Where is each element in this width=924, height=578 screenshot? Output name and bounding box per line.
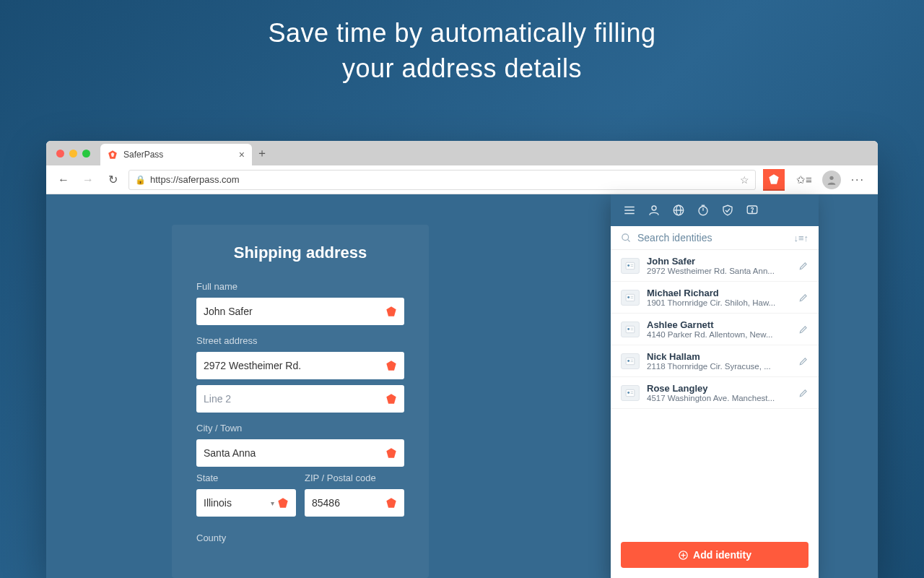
city-value: Santa Anna	[204, 447, 256, 459]
svg-point-12	[751, 212, 752, 212]
zip-input[interactable]: 85486	[305, 489, 404, 517]
identity-item[interactable]: Michael Richard1901 Thornridge Cir. Shil…	[611, 282, 819, 314]
svg-point-28	[627, 359, 629, 361]
timer-icon[interactable]	[696, 203, 710, 217]
street-input[interactable]: 2972 Westheimer Rd.	[196, 352, 404, 379]
svg-rect-27	[626, 358, 635, 364]
menu-icon[interactable]	[622, 203, 637, 217]
more-menu-icon[interactable]: ···	[851, 173, 865, 186]
svg-point-16	[627, 264, 629, 266]
autofill-icon[interactable]	[385, 497, 397, 509]
globe-icon[interactable]	[671, 203, 686, 217]
identity-address: 4517 Washington Ave. Manchest...	[647, 394, 791, 402]
fullname-input[interactable]: John Safer	[196, 298, 404, 325]
identity-item[interactable]: Rose Langley4517 Washington Ave. Manches…	[611, 377, 819, 409]
identity-text: John Safer2972 Westheimer Rd. Santa Ann.…	[647, 256, 791, 275]
contact-card-icon	[621, 385, 640, 401]
identity-address: 2118 Thornridge Cir. Syracuse, ...	[647, 362, 791, 371]
svg-point-0	[829, 176, 833, 179]
fullname-label: Full name	[196, 281, 404, 292]
page-content: Shipping address Full name John Safer St…	[46, 194, 878, 578]
bookmark-star-icon[interactable]: ☆	[740, 174, 749, 186]
svg-rect-23	[626, 326, 635, 332]
browser-tabbar: SaferPass × ＋	[46, 141, 878, 165]
svg-rect-19	[626, 294, 635, 301]
identity-name: Ashlee Garnett	[647, 319, 791, 330]
svg-point-13	[622, 233, 629, 240]
edit-pencil-icon[interactable]	[798, 261, 808, 271]
svg-point-4	[652, 206, 656, 210]
edit-pencil-icon[interactable]	[798, 324, 808, 335]
svg-rect-15	[626, 262, 635, 269]
street-line2-input[interactable]: Line 2	[196, 385, 404, 413]
hero-line2: your address details	[0, 51, 924, 87]
svg-line-14	[627, 239, 629, 241]
state-select[interactable]: Illinois ▾	[196, 489, 296, 517]
edit-pencil-icon[interactable]	[798, 356, 808, 366]
url-text: https://saferpass.com	[150, 174, 736, 185]
city-input[interactable]: Santa Anna	[196, 439, 404, 467]
help-icon[interactable]	[745, 203, 759, 217]
identity-address: 1901 Thornridge Cir. Shiloh, Haw...	[647, 298, 791, 307]
shipping-form: Shipping address Full name John Safer St…	[172, 225, 429, 578]
city-label: City / Town	[196, 423, 404, 434]
svg-point-24	[627, 327, 629, 329]
add-identity-button[interactable]: Add identity	[621, 542, 808, 568]
browser-tab[interactable]: SaferPass ×	[100, 144, 252, 165]
svg-point-20	[627, 296, 629, 298]
autofill-icon[interactable]	[385, 447, 397, 459]
forward-button[interactable]: →	[79, 173, 97, 186]
saferpass-extension-button[interactable]	[763, 169, 785, 191]
autofill-icon[interactable]	[385, 393, 397, 405]
sort-icon[interactable]: ↓≡↑	[793, 233, 808, 243]
identity-name: Nick Hallam	[647, 351, 791, 362]
search-input[interactable]	[637, 232, 788, 243]
street-value: 2972 Westheimer Rd.	[204, 360, 301, 371]
identity-name: Michael Richard	[647, 288, 791, 298]
autofill-icon[interactable]	[385, 306, 397, 317]
hero-line1: Save time by automatically filling	[0, 16, 924, 51]
fullname-value: John Safer	[204, 306, 253, 317]
reload-button[interactable]: ↻	[104, 173, 121, 186]
autofill-icon[interactable]	[385, 360, 397, 371]
popup-toolbar	[611, 194, 819, 226]
state-value: Illinois	[204, 497, 232, 509]
contact-card-icon	[621, 322, 640, 337]
line2-placeholder: Line 2	[204, 393, 231, 405]
profile-avatar-icon[interactable]	[822, 171, 841, 189]
back-button[interactable]: ←	[55, 173, 72, 186]
identity-address: 2972 Westheimer Rd. Santa Ann...	[647, 267, 791, 275]
identity-item[interactable]: John Safer2972 Westheimer Rd. Santa Ann.…	[611, 250, 819, 282]
traffic-lights	[56, 150, 90, 158]
plus-circle-icon	[678, 550, 689, 561]
identity-item[interactable]: Nick Hallam2118 Thornridge Cir. Syracuse…	[611, 345, 819, 377]
autofill-icon[interactable]	[277, 497, 289, 509]
maximize-window-icon[interactable]	[82, 150, 90, 158]
favorites-icon[interactable]: ✩≡	[796, 173, 812, 186]
identity-icon[interactable]	[647, 203, 661, 217]
edit-pencil-icon[interactable]	[798, 388, 808, 398]
shield-icon[interactable]	[720, 203, 735, 217]
favicon-icon	[108, 150, 118, 160]
extension-popup: ↓≡↑ John Safer2972 Westheimer Rd. Santa …	[611, 194, 819, 578]
close-window-icon[interactable]	[56, 150, 64, 158]
street-label: Street address	[196, 335, 404, 346]
svg-rect-31	[626, 389, 635, 396]
identity-text: Michael Richard1901 Thornridge Cir. Shil…	[647, 288, 791, 307]
zip-value: 85486	[312, 497, 340, 509]
minimize-window-icon[interactable]	[69, 150, 77, 158]
identity-address: 4140 Parker Rd. Allentown, New...	[647, 330, 791, 339]
edit-pencil-icon[interactable]	[798, 293, 808, 303]
browser-toolbar: ← → ↻ 🔒 https://saferpass.com ☆ ✩≡ ···	[46, 165, 878, 194]
identity-list: John Safer2972 Westheimer Rd. Santa Ann.…	[611, 250, 819, 535]
search-icon	[621, 233, 632, 243]
close-tab-icon[interactable]: ×	[239, 149, 245, 160]
identity-text: Rose Langley4517 Washington Ave. Manches…	[647, 383, 791, 402]
address-bar[interactable]: 🔒 https://saferpass.com ☆	[128, 170, 756, 190]
new-tab-button[interactable]: ＋	[252, 146, 272, 161]
identity-item[interactable]: Ashlee Garnett4140 Parker Rd. Allentown,…	[611, 314, 819, 345]
state-label: State	[196, 473, 296, 483]
svg-point-32	[627, 391, 629, 393]
form-title: Shipping address	[196, 243, 404, 262]
tab-title: SaferPass	[123, 150, 163, 160]
